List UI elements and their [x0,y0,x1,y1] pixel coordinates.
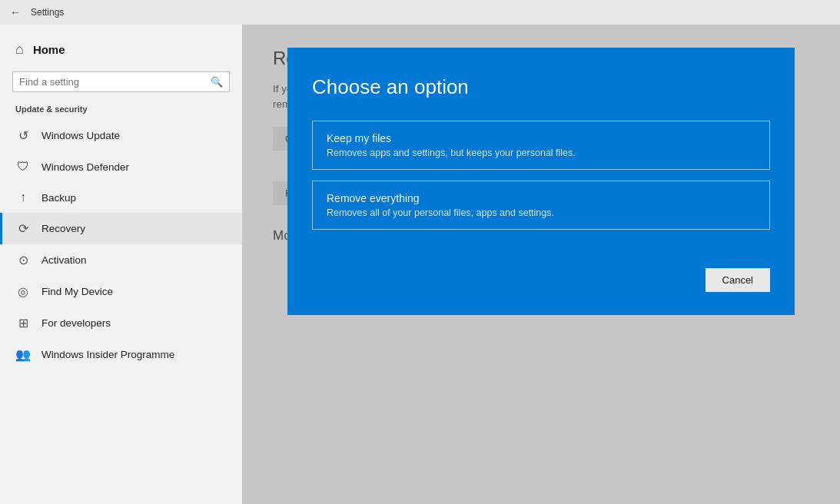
dialog: Choose an option Keep my files Removes a… [287,48,795,315]
sidebar-item-label: For developers [42,317,111,329]
recovery-icon: ⟳ [15,221,31,236]
remove-everything-option[interactable]: Remove everything Removes all of your pe… [312,181,770,230]
remove-everything-title: Remove everything [327,192,755,204]
sidebar-item-label: Windows Update [42,130,120,141]
sidebar-item-home[interactable]: ⌂ Home [0,32,242,67]
sidebar-item-recovery[interactable]: ⟳ Recovery [0,213,242,244]
insider-icon: 👥 [15,347,31,362]
sidebar-item-backup[interactable]: ↑ Backup [0,182,242,213]
home-icon: ⌂ [15,41,24,58]
sidebar-item-activation[interactable]: ⊙ Activation [0,244,242,276]
sidebar-item-label: Windows Insider Programme [42,349,174,360]
find-my-device-icon: ◎ [15,284,31,299]
backup-icon: ↑ [15,191,31,204]
keep-files-desc: Removes apps and settings, but keeps you… [327,148,755,158]
developers-icon: ⊞ [15,316,31,330]
shield-icon: 🛡 [15,160,31,174]
search-box: 🔍 [12,71,230,92]
windows-update-icon: ↺ [15,128,31,143]
content-area: Reset this PC If your PC isn't running w… [242,25,840,504]
search-icon: 🔍 [211,76,223,88]
sidebar-item-windows-defender[interactable]: 🛡 Windows Defender [0,151,242,182]
main-layout: ⌂ Home 🔍 Update & security ↺ Windows Upd… [0,25,840,504]
sidebar-item-windows-update[interactable]: ↺ Windows Update [0,120,242,151]
sidebar: ⌂ Home 🔍 Update & security ↺ Windows Upd… [0,25,242,504]
remove-everything-desc: Removes all of your personal files, apps… [327,207,755,218]
sidebar-item-label: Find My Device [42,286,113,297]
dialog-title: Choose an option [312,75,770,99]
sidebar-item-find-my-device[interactable]: ◎ Find My Device [0,276,242,307]
title-bar: ← Settings [0,0,840,25]
cancel-button[interactable]: Cancel [706,268,770,292]
dialog-footer: Cancel [312,268,770,292]
title-bar-text: Settings [31,7,64,18]
keep-files-title: Keep my files [327,132,755,144]
sidebar-item-windows-insider[interactable]: 👥 Windows Insider Programme [0,339,242,370]
back-button[interactable]: ← [8,5,23,20]
sidebar-item-for-developers[interactable]: ⊞ For developers [0,307,242,339]
sidebar-item-label: Backup [42,192,76,204]
sidebar-item-label: Windows Defender [42,161,129,173]
search-input[interactable] [19,76,211,88]
sidebar-item-label: Recovery [42,223,85,234]
sidebar-home-label: Home [33,43,65,56]
sidebar-section-title: Update & security [0,101,242,120]
sidebar-item-label: Activation [42,254,87,266]
dialog-overlay: Choose an option Keep my files Removes a… [242,25,840,504]
activation-icon: ⊙ [15,253,31,267]
keep-my-files-option[interactable]: Keep my files Removes apps and settings,… [312,121,770,170]
